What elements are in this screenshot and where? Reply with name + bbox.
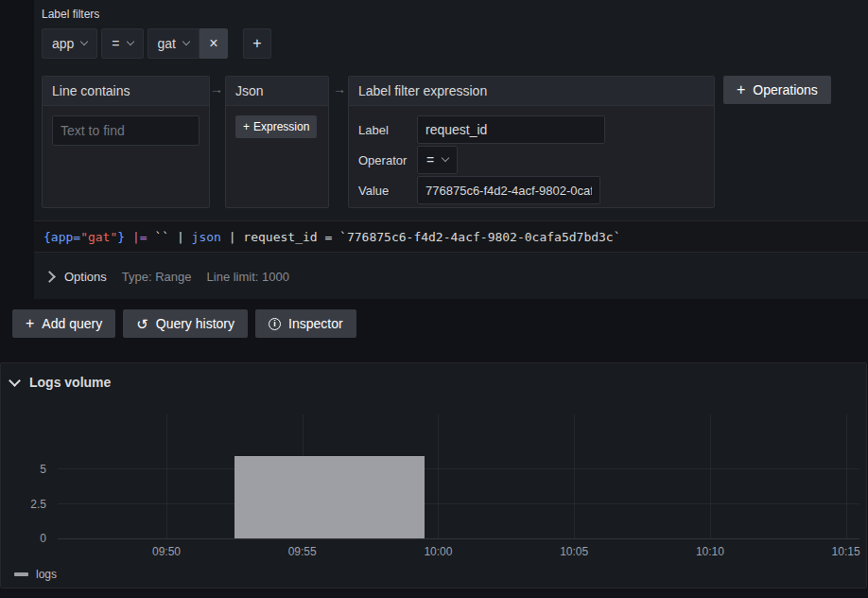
chevron-right-icon [43, 271, 56, 283]
operation-card-header[interactable]: Json [226, 77, 328, 106]
options-line-limit-label: Line limit: 1000 [207, 270, 289, 284]
y-axis-tick-label: 5 [40, 463, 46, 476]
remove-label-filter-button[interactable]: × [200, 28, 228, 59]
query-token [125, 230, 132, 244]
query-token: "gat" [80, 230, 117, 244]
query-editor-section: Label filters app = gat × + [34, 0, 868, 299]
label-name-select[interactable]: app [42, 28, 97, 59]
plus-icon: + [252, 35, 261, 52]
query-token: | request_id = [221, 230, 339, 244]
info-icon: i [269, 318, 281, 330]
label-value-select[interactable]: gat [148, 28, 200, 59]
add-label-filter-button[interactable]: + [243, 28, 271, 59]
chevron-down-icon [80, 38, 88, 45]
query-history-button[interactable]: ↺ Query history [123, 309, 248, 338]
x-axis-tick-label: 09:50 [152, 545, 181, 558]
label-filters-title: Label filters [42, 8, 99, 21]
explore-toolbar: + Add query ↺ Query history i Inspector [12, 309, 356, 338]
history-icon: ↺ [136, 317, 148, 331]
grafana-explore-page: Label filters app = gat × + [0, 0, 868, 598]
gridline-horizontal [58, 503, 859, 504]
gridline-vertical [166, 414, 167, 538]
add-query-button[interactable]: + Add query [12, 309, 115, 338]
label-filter-row: app = gat × + [42, 28, 271, 59]
options-toggle-label: Options [64, 270, 107, 284]
label-value-value: gat [158, 36, 176, 51]
operations-button-label: Operations [753, 82, 817, 97]
x-axis-tick-label: 10:00 [424, 545, 452, 558]
plus-icon: + [737, 82, 745, 97]
options-type-label: Type: Range [122, 270, 192, 284]
legend: logs [14, 568, 57, 581]
field-row-value: Value [358, 176, 704, 204]
add-query-label: Add query [42, 316, 102, 331]
close-icon: × [209, 35, 217, 52]
field-row-label: Label [358, 115, 704, 144]
panel-title: Logs volume [29, 375, 111, 390]
field-label: Operator [358, 153, 417, 167]
gridline-vertical [438, 414, 439, 538]
field-row-operator: Operator = [358, 146, 704, 174]
x-axis-labels: 09:5009:5510:0010:0510:1010:15 [58, 545, 859, 560]
logs-volume-panel-header[interactable]: Logs volume [10, 375, 111, 390]
query-preview-text: {app="gat"} |= `` | json | request_id = … [43, 230, 621, 244]
legend-series-swatch[interactable] [14, 572, 28, 576]
plot-area[interactable] [58, 414, 859, 539]
inspector-button[interactable]: i Inspector [255, 309, 356, 338]
gridline-horizontal [58, 468, 859, 469]
x-axis-tick-label: 09:55 [288, 545, 317, 558]
query-token: json [192, 230, 221, 244]
query-history-label: Query history [156, 316, 234, 331]
operation-card-header[interactable]: Label filter expression [349, 77, 714, 106]
query-preview: {app="gat"} |= `` | json | request_id = … [34, 220, 868, 253]
operation-title: Json [235, 83, 264, 98]
add-expression-button[interactable]: + Expression [235, 115, 317, 138]
y-axis-tick-label: 0 [40, 532, 46, 545]
label-name-value: app [52, 36, 74, 51]
y-axis-labels: 02.55 [1, 414, 46, 538]
operations-button[interactable]: + Operations [723, 76, 831, 104]
operation-title: Line contains [52, 83, 130, 98]
x-axis-tick-label: 10:05 [560, 545, 588, 558]
gridline-vertical [846, 414, 847, 538]
logs-volume-panel: Logs volume 02.55 09:5009:5510:0010:0510… [0, 362, 867, 589]
line-contains-input[interactable] [52, 115, 200, 146]
query-token: |= [132, 230, 148, 244]
query-token: } [117, 230, 125, 244]
query-token: `776875c6-f4d2-4acf-9802-0cafa5d7bd3c` [339, 230, 620, 244]
logs-volume-bar[interactable] [234, 456, 425, 538]
query-token: {app= [43, 230, 80, 244]
plus-icon: + [26, 316, 34, 331]
operation-card-line-contains: Line contains [42, 76, 210, 208]
operation-card-header[interactable]: Line contains [43, 77, 209, 106]
label-operator-value: = [112, 36, 119, 51]
gridline-vertical [710, 414, 711, 538]
chevron-down-icon [442, 154, 449, 162]
field-label: Label [358, 123, 417, 137]
inspector-label: Inspector [288, 316, 343, 331]
operation-card-json: Json + Expression [225, 76, 329, 208]
operator-value: = [426, 152, 434, 167]
chevron-down-icon [126, 38, 133, 45]
arrow-right-icon: → [210, 81, 223, 97]
value-input[interactable] [417, 176, 600, 204]
add-expression-label: Expression [253, 120, 309, 133]
query-token: `` | [148, 230, 192, 244]
x-axis-tick-label: 10:10 [696, 545, 724, 558]
arrow-right-icon: → [333, 81, 346, 97]
operation-title: Label filter expression [358, 83, 487, 98]
legend-series-label[interactable]: logs [36, 568, 57, 581]
field-label: Value [358, 184, 417, 198]
y-axis-tick-label: 2.5 [30, 498, 46, 511]
x-axis-tick-label: 10:15 [832, 545, 860, 558]
label-operator-select[interactable]: = [101, 28, 143, 59]
chevron-down-icon [182, 38, 190, 45]
gridline-vertical [574, 414, 575, 538]
chevron-down-icon [9, 375, 21, 387]
plus-icon: + [243, 120, 250, 133]
label-input[interactable] [417, 115, 605, 144]
operator-select[interactable]: = [417, 146, 458, 174]
options-toggle-row[interactable]: Options Type: Range Line limit: 1000 [34, 254, 868, 299]
operation-card-label-filter-expression: Label filter expression Label Operator =… [348, 76, 715, 208]
